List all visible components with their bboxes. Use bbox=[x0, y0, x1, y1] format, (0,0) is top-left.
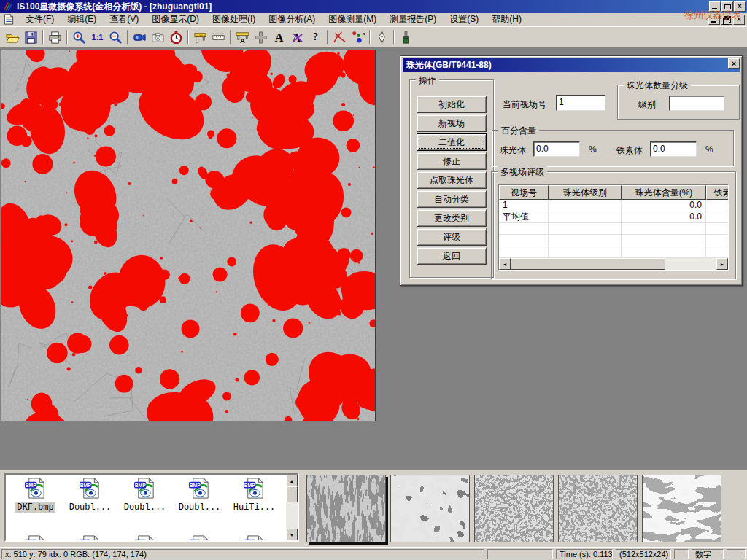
menu-report[interactable]: 测量报告(P) bbox=[383, 12, 443, 26]
table-row[interactable]: 1 0.0 bbox=[499, 200, 728, 211]
file-name[interactable]: DKF.bmp bbox=[15, 502, 55, 513]
menu-settings[interactable]: 设置(S) bbox=[443, 12, 485, 26]
thumbnail-3[interactable] bbox=[474, 475, 554, 542]
time-panel: Time (s): 0.113 bbox=[556, 549, 613, 559]
menu-help[interactable]: 帮助(H) bbox=[485, 12, 528, 26]
classify-tool-button[interactable]: 3 bbox=[349, 28, 367, 46]
file-name[interactable]: HuiTi... bbox=[232, 502, 277, 513]
pick-pearlite-button[interactable]: 点取珠光体 bbox=[417, 171, 487, 189]
grade-button[interactable]: 评级 bbox=[417, 228, 487, 246]
photo-capture-button[interactable] bbox=[149, 28, 167, 46]
ruler-button[interactable] bbox=[209, 28, 228, 46]
menu-image-display[interactable]: 图像显示(D) bbox=[145, 12, 206, 26]
child-minimize-button[interactable] bbox=[708, 15, 720, 25]
zoom-in-button[interactable] bbox=[70, 28, 88, 46]
print-button[interactable] bbox=[46, 28, 64, 46]
bmp-file-icon: BMP bbox=[24, 534, 47, 542]
col-field-no[interactable]: 视场号 bbox=[499, 185, 549, 200]
col-ferrite-amount[interactable]: 铁素体含量(%) bbox=[706, 185, 729, 200]
timer-button[interactable] bbox=[167, 28, 185, 46]
toolbar-separator bbox=[127, 30, 128, 44]
menu-image-process[interactable]: 图像处理(I) bbox=[206, 12, 262, 26]
brush-tool-button[interactable] bbox=[397, 28, 415, 46]
operations-group-title: 操作 bbox=[416, 74, 439, 87]
table-row[interactable] bbox=[499, 223, 728, 235]
menu-image-measure[interactable]: 图像测量(M) bbox=[322, 12, 383, 26]
binarize-button[interactable]: 二值化 bbox=[417, 133, 487, 151]
level-input[interactable] bbox=[669, 96, 724, 111]
file-item[interactable]: BMP bbox=[117, 534, 172, 542]
actual-size-button[interactable]: 1:1 bbox=[88, 28, 107, 46]
file-item[interactable]: BMP Doubl... bbox=[63, 477, 117, 513]
title-bar: IS100显微摄像系统(金相分析版) - [zhuguangti01] × bbox=[0, 0, 747, 13]
dialog-close-button[interactable]: × bbox=[728, 58, 740, 69]
dialog-title-bar[interactable]: 珠光体(GB/T9441-88) bbox=[403, 58, 740, 72]
save-button[interactable] bbox=[22, 28, 40, 46]
curve-tool-button[interactable] bbox=[330, 28, 349, 46]
menu-view[interactable]: 查看(V) bbox=[103, 12, 145, 26]
scrollbar-thumb[interactable] bbox=[511, 258, 665, 270]
menu-image-analysis[interactable]: 图像分析(A) bbox=[262, 12, 322, 26]
thumbnail-1[interactable] bbox=[306, 475, 386, 542]
file-list-scrollbar[interactable]: ▲ ▼ bbox=[286, 475, 298, 540]
file-item[interactable]: BMP bbox=[8, 534, 63, 542]
text-disable-button[interactable]: A bbox=[288, 28, 306, 46]
initialize-button[interactable]: 初始化 bbox=[417, 96, 487, 113]
table-horizontal-scrollbar[interactable]: ◄ ► bbox=[499, 258, 728, 270]
child-restore-button[interactable] bbox=[721, 15, 732, 25]
file-item[interactable]: BMP bbox=[63, 534, 117, 542]
svg-text:BMP: BMP bbox=[244, 540, 256, 542]
thumbnail-4[interactable] bbox=[558, 475, 638, 542]
return-button[interactable]: 返回 bbox=[417, 247, 487, 265]
table-row[interactable] bbox=[499, 246, 728, 258]
maximize-button[interactable] bbox=[721, 1, 733, 12]
thumbnail-5[interactable] bbox=[642, 475, 721, 542]
measure-label-button[interactable]: A bbox=[233, 28, 252, 46]
file-item[interactable]: BMP DKF.bmp bbox=[8, 477, 63, 513]
scroll-down-arrow-icon[interactable]: ▼ bbox=[286, 529, 298, 540]
scroll-left-arrow-icon[interactable]: ◄ bbox=[499, 258, 511, 270]
svg-text:A: A bbox=[240, 36, 245, 44]
scrollbar-thumb[interactable] bbox=[286, 486, 298, 502]
video-capture-button[interactable] bbox=[131, 28, 149, 46]
menu-edit[interactable]: 编辑(E) bbox=[61, 12, 103, 26]
menu-file[interactable]: 文件(F) bbox=[19, 12, 61, 26]
child-close-button[interactable]: × bbox=[733, 15, 745, 25]
file-name[interactable]: Doubl... bbox=[123, 502, 168, 513]
file-name[interactable]: Doubl... bbox=[68, 502, 113, 513]
table-row[interactable]: 平均值 0.0 bbox=[499, 211, 728, 223]
col-pearlite-grade[interactable]: 珠光体级别 bbox=[549, 185, 622, 200]
file-item[interactable]: BMP HuiTi... bbox=[227, 477, 282, 513]
table-row[interactable] bbox=[499, 235, 728, 246]
resolution-panel: (512x512x24) bbox=[616, 549, 671, 559]
file-item[interactable]: BMP bbox=[172, 534, 227, 542]
scroll-right-arrow-icon[interactable]: ► bbox=[716, 258, 728, 270]
zoom-out-button[interactable] bbox=[107, 28, 125, 46]
toolbar-separator bbox=[327, 30, 328, 44]
auto-classify-button[interactable]: 自动分类 bbox=[417, 190, 487, 208]
svg-text:A: A bbox=[275, 31, 284, 44]
current-field-input[interactable]: 1 bbox=[556, 95, 605, 111]
specimen-image-viewport[interactable] bbox=[1, 50, 376, 421]
move-tool-button[interactable] bbox=[252, 28, 270, 46]
pen-tool-button[interactable] bbox=[373, 28, 391, 46]
close-button[interactable]: × bbox=[734, 1, 746, 12]
cell: 平均值 bbox=[499, 211, 549, 222]
caliper-button[interactable] bbox=[191, 28, 209, 46]
file-name[interactable]: Doubl... bbox=[177, 502, 222, 513]
new-field-button[interactable]: 新视场 bbox=[417, 114, 487, 132]
open-file-button[interactable] bbox=[4, 28, 22, 46]
file-item[interactable]: BMP Doubl... bbox=[117, 477, 172, 513]
file-item[interactable]: BMP Doubl... bbox=[172, 477, 227, 513]
thumbnail-2[interactable] bbox=[390, 475, 470, 542]
correct-button[interactable]: 修正 bbox=[417, 152, 487, 170]
col-pearlite-amount[interactable]: 珠光体含量(%) bbox=[622, 185, 706, 200]
change-class-button[interactable]: 更改类别 bbox=[417, 209, 487, 227]
text-tool-button[interactable]: A bbox=[270, 28, 288, 46]
scroll-up-arrow-icon[interactable]: ▲ bbox=[286, 475, 298, 486]
ferrite-percent-input[interactable]: 0.0 bbox=[650, 141, 697, 157]
file-item[interactable]: BMP bbox=[227, 534, 282, 542]
pearlite-percent-input[interactable]: 0.0 bbox=[533, 141, 580, 157]
help-button[interactable]: ? bbox=[306, 28, 325, 46]
minimize-button[interactable] bbox=[709, 1, 721, 12]
